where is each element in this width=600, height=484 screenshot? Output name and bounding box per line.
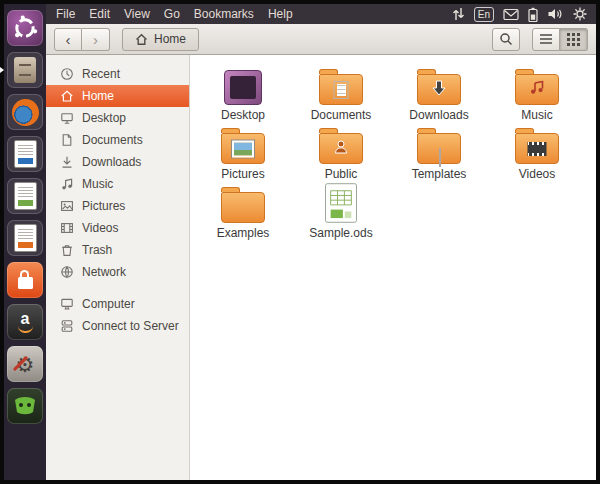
film-icon (60, 221, 74, 235)
trash-icon (60, 243, 74, 257)
network-globe-icon (60, 265, 74, 279)
menu-view[interactable]: View (124, 7, 150, 21)
file-item-label: Music (521, 108, 552, 122)
music-folder-icon (515, 65, 559, 105)
examples-folder-icon (221, 183, 265, 223)
launcher-item-calc[interactable] (7, 178, 43, 214)
view-toggle-group (532, 28, 588, 51)
launcher-item-impress[interactable] (7, 220, 43, 256)
network-arrows-icon[interactable] (452, 7, 465, 21)
list-view-icon (539, 33, 553, 45)
sidebar-item-desktop[interactable]: Desktop (46, 107, 189, 129)
menu-edit[interactable]: Edit (89, 7, 110, 21)
menu-help[interactable]: Help (268, 7, 293, 21)
sidebar-item-music[interactable]: Music (46, 173, 189, 195)
desktop-folder-icon (224, 65, 262, 105)
sidebar-item-videos[interactable]: Videos (46, 217, 189, 239)
unity-launcher: a ⚙ (4, 4, 46, 480)
places-sidebar: Recent Home Desktop Documents Downloads (46, 55, 190, 480)
menu-go[interactable]: Go (164, 7, 180, 21)
sidebar-item-recent[interactable]: Recent (46, 63, 189, 85)
sidebar-item-downloads[interactable]: Downloads (46, 151, 189, 173)
sidebar-item-pictures[interactable]: Pictures (46, 195, 189, 217)
sidebar-item-label: Videos (82, 221, 118, 235)
forward-button[interactable]: › (82, 28, 110, 51)
templates-folder-icon (417, 124, 461, 164)
computer-icon (60, 297, 74, 311)
file-item-label: Pictures (221, 167, 264, 181)
session-gear-icon[interactable] (572, 6, 588, 22)
clock-icon (60, 67, 74, 81)
file-item-desktop[interactable]: Desktop (194, 65, 292, 124)
launcher-item-settings[interactable]: ⚙ (7, 346, 43, 382)
firefox-icon (12, 99, 39, 126)
sidebar-item-label: Downloads (82, 155, 141, 169)
launcher-item-amazon[interactable]: a (7, 304, 43, 340)
file-item-templates[interactable]: Templates (390, 124, 488, 183)
launcher-item-software-center[interactable] (7, 262, 43, 298)
home-icon (135, 33, 148, 46)
keyboard-layout-indicator[interactable]: En (474, 7, 494, 22)
document-icon (60, 133, 74, 147)
sidebar-item-connect-to-server[interactable]: Connect to Server (46, 315, 189, 337)
file-item-documents[interactable]: Documents (292, 65, 390, 124)
battery-icon[interactable] (528, 7, 538, 22)
shopping-bag-icon (18, 277, 33, 289)
launcher-item-files[interactable] (7, 52, 43, 88)
file-item-label: Examples (217, 226, 270, 240)
sidebar-item-home[interactable]: Home (46, 85, 189, 107)
sidebar-item-label: Recent (82, 67, 120, 81)
search-icon (499, 32, 513, 46)
launcher-item-firefox[interactable] (7, 94, 43, 130)
sidebar-item-trash[interactable]: Trash (46, 239, 189, 261)
list-view-button[interactable] (532, 28, 560, 51)
ubuntu-desktop: a ⚙ File Edit View Go Bookmarks Help (0, 0, 600, 484)
file-item-public[interactable]: Public (292, 124, 390, 183)
sidebar-item-label: Trash (82, 243, 112, 257)
picture-icon (60, 199, 74, 213)
nav-button-group: ‹ › (54, 28, 110, 51)
launcher-item-dash[interactable] (7, 10, 43, 46)
mail-icon[interactable] (503, 8, 519, 21)
grid-view-button[interactable] (560, 28, 588, 51)
sidebar-item-documents[interactable]: Documents (46, 129, 189, 151)
sidebar-item-label: Desktop (82, 111, 126, 125)
amazon-icon: a (18, 311, 33, 333)
volume-icon[interactable] (547, 7, 563, 21)
file-item-examples[interactable]: Examples (194, 183, 292, 242)
sidebar-item-label: Computer (82, 297, 135, 311)
file-item-downloads[interactable]: Downloads (390, 65, 488, 124)
pictures-folder-icon (221, 124, 265, 164)
toolbar: ‹ › Home (46, 24, 596, 55)
downloads-folder-icon (417, 65, 461, 105)
location-label: Home (154, 32, 186, 46)
back-button[interactable]: ‹ (54, 28, 82, 51)
file-icon-view: Desktop Documents Downloads Music (190, 55, 596, 480)
menu-file[interactable]: File (56, 7, 75, 21)
menu-bookmarks[interactable]: Bookmarks (194, 7, 254, 21)
videos-folder-icon (515, 124, 559, 164)
sidebar-item-label: Documents (82, 133, 143, 147)
file-item-label: Public (325, 167, 358, 181)
launcher-item-recorder[interactable] (7, 388, 43, 424)
file-item-sample-ods[interactable]: Sample.ods (292, 183, 390, 242)
file-item-label: Videos (519, 167, 555, 181)
location-home-button[interactable]: Home (122, 28, 199, 51)
file-item-music[interactable]: Music (488, 65, 586, 124)
file-cabinet-icon (14, 57, 36, 83)
ubuntu-logo-icon (11, 14, 39, 42)
file-item-label: Sample.ods (309, 226, 372, 240)
sidebar-item-network[interactable]: Network (46, 261, 189, 283)
spreadsheet-file-icon (325, 183, 357, 223)
launcher-item-writer[interactable] (7, 136, 43, 172)
sidebar-item-label: Pictures (82, 199, 125, 213)
file-item-videos[interactable]: Videos (488, 124, 586, 183)
sidebar-item-label: Network (82, 265, 126, 279)
music-note-icon (60, 177, 74, 191)
sidebar-separator (46, 283, 189, 293)
files-window: ‹ › Home (46, 24, 596, 480)
sidebar-item-computer[interactable]: Computer (46, 293, 189, 315)
file-item-pictures[interactable]: Pictures (194, 124, 292, 183)
libreoffice-impress-icon (14, 224, 37, 252)
search-button[interactable] (492, 28, 520, 51)
